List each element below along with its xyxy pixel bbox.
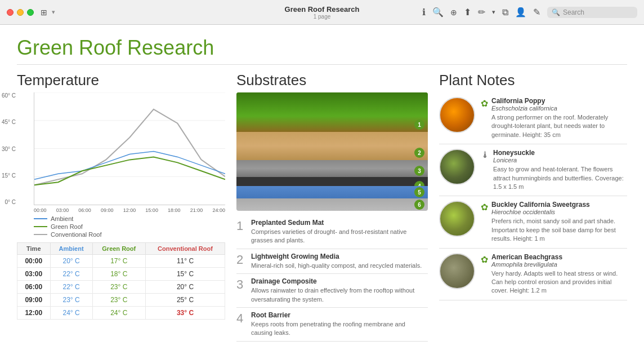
cell-conv: 15° C <box>145 268 225 281</box>
x-axis-labels: 00:00 03:00 06:00 09:00 12:00 15:00 18:0… <box>34 207 225 213</box>
plant-latin-sweetgrass: Hierochloe occidentalis <box>491 209 627 215</box>
plant-info-honeysuckle: Honeysuckle Lonicera Easy to grow and he… <box>493 149 627 191</box>
layer-num-3: 3 <box>414 166 424 176</box>
zoom-out-icon[interactable]: 🔍 <box>432 7 444 17</box>
layer-num-5: 5 <box>414 187 424 197</box>
table-row: 09:00 23° C 23° C 25° C <box>17 294 225 307</box>
person-icon[interactable]: 👤 <box>515 7 526 17</box>
table-row: 00:00 20° C 17° C 11° C <box>17 255 225 268</box>
cell-time: 03:00 <box>17 268 51 281</box>
plant-name-honeysuckle: Honeysuckle <box>493 149 627 157</box>
plant-image-poppy <box>439 97 475 133</box>
plant-content-beachgrass: ✿ American Beachgrass Ammophila brevilig… <box>481 253 627 295</box>
window-icon[interactable]: ⧉ <box>502 7 508 17</box>
layer-concrete: 6 <box>236 198 428 211</box>
list-item: 1 Preplanted Sedum Mat Comprises varieti… <box>236 215 428 249</box>
legend-greenroof-label: Green Roof <box>51 223 83 230</box>
titlebar-center: Green Roof Research 1 page <box>285 5 360 20</box>
col-ambient: Ambient <box>50 243 92 255</box>
list-item: 4 Root Barrier Keeps roots from penetrat… <box>236 308 428 342</box>
plant-item-honeysuckle: 🌡 Honeysuckle Lonicera Easy to grow and … <box>439 144 627 196</box>
cell-ambient: 22° C <box>50 281 92 294</box>
chart-svg <box>34 92 225 205</box>
substrate-name-4: Root Barrier <box>251 311 428 319</box>
close-button[interactable] <box>7 9 14 16</box>
temperature-chart <box>34 92 225 205</box>
substrate-text-2: Lightweight Growing Media Mineral-rich s… <box>251 253 422 270</box>
cell-conv: 25° C <box>145 294 225 307</box>
col-convroof: Conventional Roof <box>145 243 225 255</box>
col-time: Time <box>17 243 51 255</box>
temperature-title: Temperature <box>17 72 225 89</box>
cell-time: 06:00 <box>17 281 51 294</box>
substrate-text-3: Drainage Composite Allows rainwater to d… <box>251 277 428 304</box>
plant-info-poppy: California Poppy Eschscholzia californic… <box>491 97 627 139</box>
substrate-num-3: 3 <box>236 278 245 291</box>
y-label-15: 15° C <box>0 172 16 179</box>
legend-greenroof-line <box>34 226 47 227</box>
plant-name-sweetgrass: Buckley California Sweetgrass <box>491 201 627 209</box>
plant-desc-beachgrass: Very hardy. Adapts well to heat stress o… <box>491 269 627 295</box>
document-title: Green Roof Research <box>285 5 360 14</box>
substrate-list: 1 Preplanted Sedum Mat Comprises varieti… <box>236 215 428 342</box>
cell-time: 12:00 <box>17 307 51 320</box>
substrate-desc-4: Keeps roots from penetrating the roofing… <box>251 320 428 338</box>
share-icon[interactable]: ⬆ <box>464 7 471 17</box>
substrate-name-2: Lightweight Growing Media <box>251 253 422 260</box>
plant-info-sweetgrass: Buckley California Sweetgrass Hierochloe… <box>491 201 627 243</box>
markup-icon[interactable]: ✎ <box>533 7 540 17</box>
annotate-icon[interactable]: ✏ <box>478 7 485 17</box>
legend-greenroof: Green Roof <box>34 223 225 230</box>
zoom-in-icon[interactable]: ⊕ <box>450 8 457 17</box>
search-placeholder: Search <box>563 8 584 16</box>
chevron-down-icon[interactable]: ▾ <box>52 8 55 16</box>
cell-time: 09:00 <box>17 294 51 307</box>
cell-conv: 20° C <box>145 281 225 294</box>
legend-convroof-line <box>34 234 47 235</box>
col-greenroof: Green Roof <box>92 243 145 255</box>
titlebar: ⊞ ▾ Green Roof Research 1 page ℹ 🔍 ⊕ ⬆ ✏… <box>0 0 644 25</box>
plant-desc-poppy: A strong performer on the roof. Moderate… <box>491 113 627 139</box>
plant-image-honeysuckle <box>439 149 475 185</box>
substrates-section: Substrates <box>236 72 428 342</box>
layer-num-6: 6 <box>414 200 424 210</box>
flower-icon-sweetgrass: ✿ <box>481 202 488 243</box>
titlebar-right: ℹ 🔍 ⊕ ⬆ ✏ ▾ ⧉ 👤 ✎ 🔍 Search <box>422 7 637 18</box>
sidebar-icon[interactable]: ⊞ <box>41 8 47 17</box>
plant-name-beachgrass: American Beachgrass <box>491 253 627 261</box>
search-bar[interactable]: 🔍 Search <box>547 7 637 18</box>
chevron-down-icon-2[interactable]: ▾ <box>492 8 495 16</box>
plant-content-sweetgrass: ✿ Buckley California Sweetgrass Hierochl… <box>481 201 627 243</box>
cell-ambient: 23° C <box>50 294 92 307</box>
plant-notes-section: Plant Notes ✿ California Poppy Eschschol… <box>439 72 627 342</box>
plant-content-poppy: ✿ California Poppy Eschscholzia californ… <box>481 97 627 139</box>
substrate-name-3: Drainage Composite <box>251 277 428 285</box>
legend-ambient-label: Ambient <box>51 215 73 222</box>
minimize-button[interactable] <box>17 9 24 16</box>
document-subtitle: 1 page <box>314 14 331 20</box>
plant-content-honeysuckle: 🌡 Honeysuckle Lonicera Easy to grow and … <box>481 149 627 191</box>
cell-green: 23° C <box>92 281 145 294</box>
cell-green: 18° C <box>92 268 145 281</box>
substrate-text-4: Root Barrier Keeps roots from penetratin… <box>251 311 428 338</box>
plant-item-beachgrass: ✿ American Beachgrass Ammophila brevilig… <box>439 249 627 300</box>
flower-icon-poppy: ✿ <box>481 98 488 139</box>
main-content: Green Roof Research Temperature 60° C 45… <box>0 25 644 354</box>
layer-num-1: 1 <box>414 120 424 130</box>
info-icon[interactable]: ℹ <box>422 7 426 17</box>
substrate-name-1: Preplanted Sedum Mat <box>251 219 428 227</box>
flower-icon-beachgrass: ✿ <box>481 254 488 295</box>
plant-name-poppy: California Poppy <box>491 97 627 105</box>
table-row: 03:00 22° C 18° C 15° C <box>17 268 225 281</box>
cell-green: 24° C <box>92 307 145 320</box>
legend-ambient: Ambient <box>34 215 225 222</box>
fullscreen-button[interactable] <box>27 9 34 16</box>
substrate-desc-3: Allows rainwater to drain effectively fr… <box>251 286 428 304</box>
plant-image-beachgrass <box>439 253 475 289</box>
content-grid: Temperature 60° C 45° C 30° C 15° C 0° C <box>17 72 627 342</box>
temperature-section: Temperature 60° C 45° C 30° C 15° C 0° C <box>17 72 225 342</box>
plant-item-poppy: ✿ California Poppy Eschscholzia californ… <box>439 92 627 144</box>
legend-convroof-label: Conventional Roof <box>51 231 102 238</box>
svg-rect-4 <box>236 92 428 132</box>
list-item: 3 Drainage Composite Allows rainwater to… <box>236 274 428 308</box>
